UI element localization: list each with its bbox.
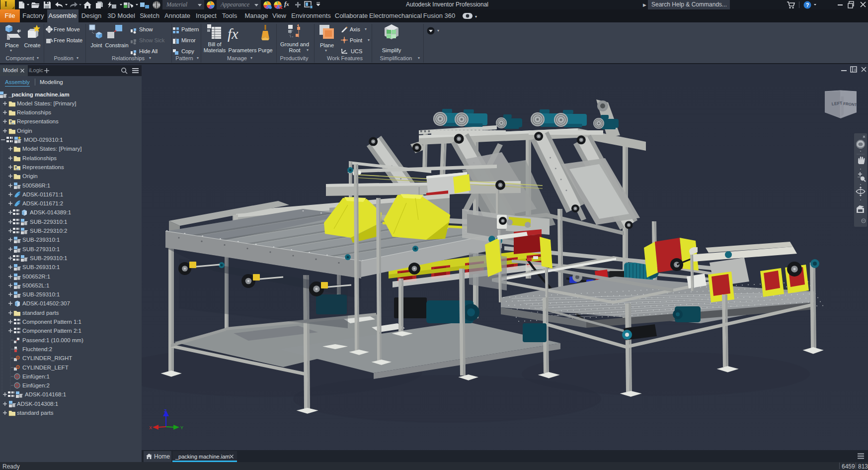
svg-text:Relationships: Relationships bbox=[22, 155, 57, 161]
svg-text:SUB-299310:1: SUB-299310:1 bbox=[30, 255, 67, 261]
svg-text:ADSK-014168:1: ADSK-014168:1 bbox=[25, 391, 66, 397]
svg-text:LEFT: LEFT bbox=[831, 100, 843, 106]
svg-text:SUB-229310:2: SUB-229310:2 bbox=[30, 228, 67, 234]
svg-text:Representations: Representations bbox=[17, 118, 59, 124]
svg-text:SUB-229310:1: SUB-229310:1 bbox=[30, 219, 67, 225]
svg-text:ADSK-014308:1: ADSK-014308:1 bbox=[17, 401, 58, 407]
svg-text:MOD-029310:1: MOD-029310:1 bbox=[24, 137, 63, 143]
svg-text:SUB-269310:1: SUB-269310:1 bbox=[22, 264, 60, 270]
svg-text:ADSK-014502:307: ADSK-014502:307 bbox=[22, 300, 70, 306]
svg-text:_packing machine.iam: _packing machine.iam bbox=[8, 92, 70, 97]
svg-text:Component Pattern 1:1: Component Pattern 1:1 bbox=[22, 319, 81, 325]
svg-text:Einfügen:2: Einfügen:2 bbox=[22, 382, 50, 388]
svg-text:Model States: [Primary]: Model States: [Primary] bbox=[22, 146, 82, 152]
svg-text:500586R:1: 500586R:1 bbox=[22, 183, 50, 188]
svg-text:standard parts: standard parts bbox=[17, 410, 54, 416]
svg-text:500652L:1: 500652L:1 bbox=[22, 282, 49, 288]
svg-text:?: ? bbox=[806, 2, 809, 8]
svg-text:CYLINDER_RIGHT: CYLINDER_RIGHT bbox=[22, 355, 72, 361]
svg-text:Relationships: Relationships bbox=[17, 109, 51, 115]
svg-text:Origin: Origin bbox=[17, 128, 32, 134]
svg-text:Model States: [Primary]: Model States: [Primary] bbox=[17, 100, 77, 106]
svg-text:Passend:1 (10.000 mm): Passend:1 (10.000 mm) bbox=[22, 337, 83, 343]
svg-text:Einfügen:1: Einfügen:1 bbox=[22, 374, 50, 379]
svg-text:X: X bbox=[149, 425, 152, 430]
svg-text:ADSK-014389:1: ADSK-014389:1 bbox=[30, 209, 71, 215]
svg-text:Z: Z bbox=[164, 408, 167, 413]
svg-text:standard parts: standard parts bbox=[22, 310, 59, 316]
svg-text:SUB-279310:1: SUB-279310:1 bbox=[22, 246, 60, 252]
svg-text:CYLINDER_LEFT: CYLINDER_LEFT bbox=[22, 365, 69, 371]
svg-text:500652R:1: 500652R:1 bbox=[22, 274, 50, 280]
svg-text:Component Pattern 2:1: Component Pattern 2:1 bbox=[22, 328, 81, 334]
svg-text:Fluchtend:2: Fluchtend:2 bbox=[22, 346, 52, 352]
svg-text:ADSK-011671:1: ADSK-011671:1 bbox=[22, 191, 63, 197]
svg-text:Origin: Origin bbox=[22, 173, 38, 179]
svg-text:SUB-239310:1: SUB-239310:1 bbox=[22, 237, 60, 243]
svg-text:Y: Y bbox=[180, 425, 183, 430]
svg-text:SUB-259310:1: SUB-259310:1 bbox=[22, 291, 60, 297]
svg-text:Representations: Representations bbox=[22, 164, 64, 170]
svg-text:ADSK-011671:2: ADSK-011671:2 bbox=[22, 200, 63, 206]
